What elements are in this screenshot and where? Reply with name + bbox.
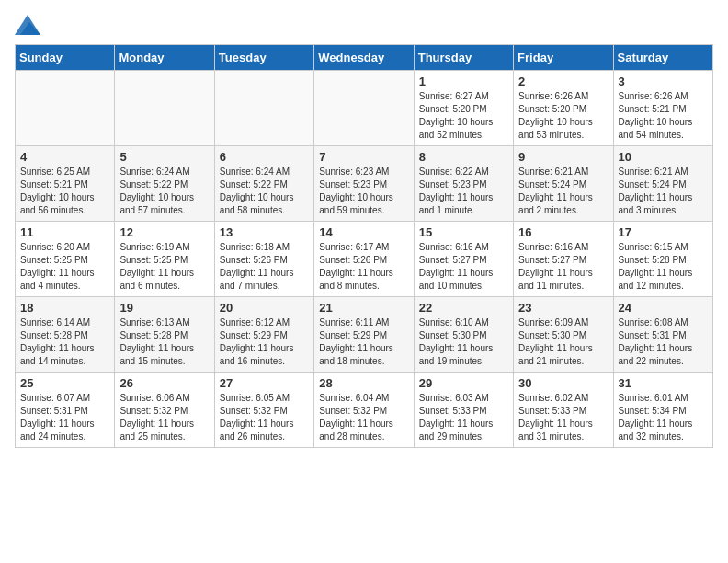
- calendar-day-cell: 29Sunrise: 6:03 AMSunset: 5:33 PMDayligh…: [414, 373, 513, 448]
- day-number: 23: [518, 301, 608, 315]
- calendar-week-2: 4Sunrise: 6:25 AMSunset: 5:21 PMDaylight…: [16, 146, 713, 222]
- calendar-day-cell: 26Sunrise: 6:06 AMSunset: 5:32 PMDayligh…: [115, 373, 214, 448]
- calendar-header-row: SundayMondayTuesdayWednesdayThursdayFrid…: [16, 45, 713, 71]
- day-number: 21: [319, 301, 408, 315]
- calendar-day-cell: 5Sunrise: 6:24 AMSunset: 5:22 PMDaylight…: [115, 146, 214, 222]
- day-info: Sunrise: 6:14 AMSunset: 5:28 PMDaylight:…: [20, 317, 95, 366]
- logo-icon: [15, 15, 40, 35]
- day-number: 31: [619, 376, 708, 390]
- day-number: 22: [419, 301, 508, 315]
- day-info: Sunrise: 6:03 AMSunset: 5:33 PMDaylight:…: [419, 393, 494, 442]
- weekday-header-sunday: Sunday: [16, 45, 115, 71]
- day-number: 16: [518, 225, 608, 239]
- weekday-header-thursday: Thursday: [414, 45, 513, 71]
- calendar-day-cell: 1Sunrise: 6:27 AMSunset: 5:20 PMDaylight…: [414, 71, 513, 146]
- day-info: Sunrise: 6:24 AMSunset: 5:22 PMDaylight:…: [220, 167, 294, 215]
- calendar-day-cell: 11Sunrise: 6:20 AMSunset: 5:25 PMDayligh…: [16, 222, 115, 297]
- day-number: 3: [619, 75, 708, 88]
- calendar-day-cell: 2Sunrise: 6:26 AMSunset: 5:20 PMDaylight…: [514, 71, 613, 146]
- weekday-header-wednesday: Wednesday: [314, 45, 414, 71]
- day-info: Sunrise: 6:16 AMSunset: 5:27 PMDaylight:…: [419, 242, 494, 291]
- calendar-day-cell: 18Sunrise: 6:14 AMSunset: 5:28 PMDayligh…: [16, 297, 115, 373]
- day-info: Sunrise: 6:21 AMSunset: 5:24 PMDaylight:…: [619, 167, 693, 215]
- day-info: Sunrise: 6:05 AMSunset: 5:32 PMDaylight:…: [220, 393, 294, 442]
- day-info: Sunrise: 6:23 AMSunset: 5:23 PMDaylight:…: [319, 167, 393, 215]
- day-info: Sunrise: 6:25 AMSunset: 5:21 PMDaylight:…: [20, 167, 95, 215]
- day-number: 19: [119, 301, 209, 315]
- weekday-header-tuesday: Tuesday: [214, 45, 313, 71]
- day-info: Sunrise: 6:26 AMSunset: 5:20 PMDaylight:…: [518, 91, 593, 140]
- calendar-day-cell: 25Sunrise: 6:07 AMSunset: 5:31 PMDayligh…: [16, 373, 115, 448]
- calendar-week-1: 1Sunrise: 6:27 AMSunset: 5:20 PMDaylight…: [16, 71, 713, 146]
- calendar-day-cell: 8Sunrise: 6:22 AMSunset: 5:23 PMDaylight…: [414, 146, 513, 222]
- calendar-day-cell: 3Sunrise: 6:26 AMSunset: 5:21 PMDaylight…: [613, 71, 712, 146]
- day-info: Sunrise: 6:21 AMSunset: 5:24 PMDaylight:…: [518, 167, 593, 215]
- day-number: 28: [319, 376, 408, 390]
- weekday-header-monday: Monday: [115, 45, 214, 71]
- day-info: Sunrise: 6:24 AMSunset: 5:22 PMDaylight:…: [119, 167, 194, 215]
- day-number: 5: [119, 150, 209, 164]
- calendar-day-cell: [115, 71, 214, 146]
- weekday-header-saturday: Saturday: [613, 45, 712, 71]
- calendar-day-cell: 27Sunrise: 6:05 AMSunset: 5:32 PMDayligh…: [214, 373, 313, 448]
- day-info: Sunrise: 6:12 AMSunset: 5:29 PMDaylight:…: [220, 317, 294, 366]
- calendar-day-cell: 10Sunrise: 6:21 AMSunset: 5:24 PMDayligh…: [613, 146, 712, 222]
- day-info: Sunrise: 6:13 AMSunset: 5:28 PMDaylight:…: [119, 317, 194, 366]
- calendar-day-cell: 6Sunrise: 6:24 AMSunset: 5:22 PMDaylight…: [214, 146, 313, 222]
- weekday-header-friday: Friday: [514, 45, 613, 71]
- calendar-day-cell: 4Sunrise: 6:25 AMSunset: 5:21 PMDaylight…: [16, 146, 115, 222]
- calendar-day-cell: 17Sunrise: 6:15 AMSunset: 5:28 PMDayligh…: [613, 222, 712, 297]
- day-info: Sunrise: 6:16 AMSunset: 5:27 PMDaylight:…: [518, 242, 593, 291]
- day-info: Sunrise: 6:04 AMSunset: 5:32 PMDaylight:…: [319, 393, 393, 442]
- day-number: 18: [20, 301, 109, 315]
- calendar-day-cell: [314, 71, 414, 146]
- calendar-week-4: 18Sunrise: 6:14 AMSunset: 5:28 PMDayligh…: [16, 297, 713, 373]
- day-number: 25: [20, 376, 109, 390]
- calendar: SundayMondayTuesdayWednesdayThursdayFrid…: [15, 44, 713, 448]
- day-number: 12: [119, 225, 209, 239]
- day-number: 1: [419, 75, 508, 88]
- calendar-day-cell: 19Sunrise: 6:13 AMSunset: 5:28 PMDayligh…: [115, 297, 214, 373]
- calendar-day-cell: 22Sunrise: 6:10 AMSunset: 5:30 PMDayligh…: [414, 297, 513, 373]
- calendar-day-cell: 24Sunrise: 6:08 AMSunset: 5:31 PMDayligh…: [613, 297, 712, 373]
- calendar-week-3: 11Sunrise: 6:20 AMSunset: 5:25 PMDayligh…: [16, 222, 713, 297]
- day-number: 2: [518, 75, 608, 88]
- calendar-day-cell: 30Sunrise: 6:02 AMSunset: 5:33 PMDayligh…: [514, 373, 613, 448]
- calendar-day-cell: 23Sunrise: 6:09 AMSunset: 5:30 PMDayligh…: [514, 297, 613, 373]
- day-info: Sunrise: 6:15 AMSunset: 5:28 PMDaylight:…: [619, 242, 693, 291]
- day-number: 9: [518, 150, 608, 164]
- day-number: 14: [319, 225, 408, 239]
- calendar-day-cell: [214, 71, 313, 146]
- day-info: Sunrise: 6:06 AMSunset: 5:32 PMDaylight:…: [119, 393, 194, 442]
- calendar-day-cell: 9Sunrise: 6:21 AMSunset: 5:24 PMDaylight…: [514, 146, 613, 222]
- calendar-day-cell: 20Sunrise: 6:12 AMSunset: 5:29 PMDayligh…: [214, 297, 313, 373]
- day-info: Sunrise: 6:08 AMSunset: 5:31 PMDaylight:…: [619, 317, 693, 366]
- day-number: 11: [20, 225, 109, 239]
- day-number: 6: [220, 150, 309, 164]
- day-number: 17: [619, 225, 708, 239]
- day-number: 7: [319, 150, 408, 164]
- day-info: Sunrise: 6:26 AMSunset: 5:21 PMDaylight:…: [619, 91, 693, 140]
- day-number: 20: [220, 301, 309, 315]
- header: [15, 15, 713, 35]
- day-info: Sunrise: 6:02 AMSunset: 5:33 PMDaylight:…: [518, 393, 593, 442]
- calendar-day-cell: 21Sunrise: 6:11 AMSunset: 5:29 PMDayligh…: [314, 297, 414, 373]
- day-number: 8: [419, 150, 508, 164]
- day-number: 27: [220, 376, 309, 390]
- day-info: Sunrise: 6:10 AMSunset: 5:30 PMDaylight:…: [419, 317, 494, 366]
- calendar-day-cell: 16Sunrise: 6:16 AMSunset: 5:27 PMDayligh…: [514, 222, 613, 297]
- day-info: Sunrise: 6:01 AMSunset: 5:34 PMDaylight:…: [619, 393, 693, 442]
- day-number: 13: [220, 225, 309, 239]
- day-number: 24: [619, 301, 708, 315]
- day-number: 4: [20, 150, 109, 164]
- day-number: 15: [419, 225, 508, 239]
- calendar-week-5: 25Sunrise: 6:07 AMSunset: 5:31 PMDayligh…: [16, 373, 713, 448]
- logo: [15, 15, 44, 35]
- day-number: 29: [419, 376, 508, 390]
- day-number: 10: [619, 150, 708, 164]
- calendar-day-cell: 13Sunrise: 6:18 AMSunset: 5:26 PMDayligh…: [214, 222, 313, 297]
- calendar-day-cell: 7Sunrise: 6:23 AMSunset: 5:23 PMDaylight…: [314, 146, 414, 222]
- day-info: Sunrise: 6:19 AMSunset: 5:25 PMDaylight:…: [119, 242, 194, 291]
- calendar-day-cell: 14Sunrise: 6:17 AMSunset: 5:26 PMDayligh…: [314, 222, 414, 297]
- day-info: Sunrise: 6:22 AMSunset: 5:23 PMDaylight:…: [419, 167, 494, 215]
